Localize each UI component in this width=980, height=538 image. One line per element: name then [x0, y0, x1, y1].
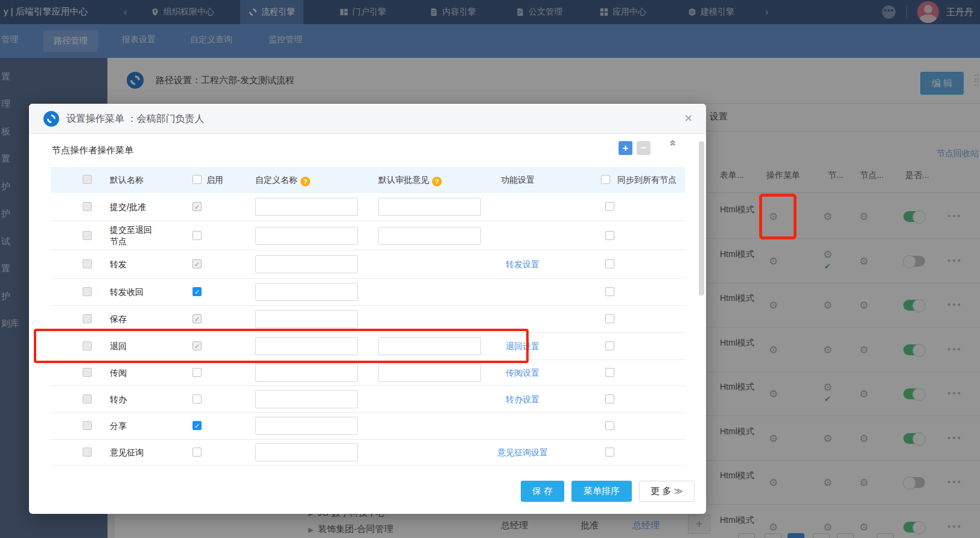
header-function-settings: 功能设置: [501, 175, 535, 186]
enable-checkbox[interactable]: [192, 448, 202, 457]
dialog-icon: [43, 111, 59, 127]
menu-name: 提交/批准: [110, 201, 158, 213]
sync-all-checkbox[interactable]: [601, 175, 610, 184]
sync-checkbox[interactable]: [605, 421, 614, 430]
menu-row: 转发✓转发设置: [51, 250, 686, 279]
dialog-title: 设置操作菜单 ：会稿部门负责人: [66, 113, 204, 125]
custom-name-input[interactable]: [255, 198, 358, 216]
custom-name-input[interactable]: [255, 227, 358, 245]
function-setting-link[interactable]: 传阅设置: [506, 368, 539, 378]
menu-name: 意见征询: [110, 447, 158, 458]
sync-checkbox[interactable]: [605, 394, 614, 404]
sync-checkbox[interactable]: [605, 231, 614, 240]
custom-name-input[interactable]: [255, 255, 358, 273]
add-menu-button[interactable]: +: [619, 141, 632, 155]
row-select-checkbox[interactable]: [83, 259, 92, 268]
modal-scrollbar-thumb[interactable]: [699, 141, 704, 296]
menu-row: 提交/批准✓: [51, 193, 686, 221]
menu-row: 转办转办设置: [51, 386, 686, 413]
custom-name-input[interactable]: [255, 390, 358, 408]
header-default-comment: 默认审批意见?: [378, 175, 442, 186]
function-setting-cell: 转办设置: [486, 394, 559, 405]
more-button[interactable]: 更 多 ≫: [639, 481, 695, 502]
default-comment-input[interactable]: [378, 364, 481, 382]
row-select-checkbox[interactable]: [83, 368, 92, 377]
sync-checkbox[interactable]: [605, 314, 614, 323]
menu-name: 提交至退回节点: [110, 224, 158, 247]
sync-checkbox[interactable]: [605, 259, 614, 268]
menu-name: 传阅: [110, 367, 158, 379]
menu-name: 分享: [110, 420, 158, 432]
function-setting-cell: 传阅设置: [486, 367, 559, 379]
annotation-box-gear: [759, 194, 797, 239]
function-setting-link[interactable]: 转发设置: [506, 259, 539, 269]
menu-row: 意见征询意见征询设置: [51, 440, 686, 466]
remove-menu-button[interactable]: −: [637, 141, 651, 155]
enable-checkbox[interactable]: [192, 368, 202, 377]
sync-checkbox[interactable]: [605, 202, 614, 211]
select-all-checkbox[interactable]: [83, 175, 92, 184]
screen: y | 后端引擎应用中心 ‹ 组织权限中心 流程引擎 门户引擎 内容引擎 公文管…: [0, 0, 980, 538]
sync-checkbox[interactable]: [605, 341, 614, 350]
row-select-checkbox[interactable]: [83, 448, 92, 457]
menu-row: 传阅传阅设置: [51, 360, 686, 386]
header-label: 自定义名称: [255, 175, 298, 185]
menu-name: 保存: [110, 314, 158, 325]
custom-name-input[interactable]: [255, 364, 358, 382]
custom-name-input[interactable]: [255, 283, 358, 301]
annotation-box-return-row: [34, 329, 529, 363]
menu-name: 转发: [110, 259, 158, 270]
row-select-checkbox[interactable]: [83, 202, 92, 211]
dialog-header: 设置操作菜单 ：会稿部门负责人 ✕: [29, 104, 706, 134]
menu-name: 转发收回: [110, 286, 158, 298]
enable-all-checkbox[interactable]: [192, 175, 202, 184]
dialog-footer: 保 存 菜单排序 更 多 ≫: [29, 481, 706, 502]
custom-name-input[interactable]: [255, 310, 358, 328]
function-setting-link[interactable]: 转办设置: [506, 394, 539, 404]
enable-checkbox[interactable]: ✓: [192, 259, 202, 268]
row-select-checkbox[interactable]: [83, 287, 92, 296]
enable-checkbox[interactable]: [192, 394, 202, 404]
default-comment-input[interactable]: [378, 198, 481, 216]
collapse-chevron-icon[interactable]: «: [666, 140, 680, 154]
enable-checkbox[interactable]: ✓: [192, 421, 202, 430]
custom-name-input[interactable]: [255, 443, 358, 461]
row-select-checkbox[interactable]: [83, 314, 92, 323]
header-default-name: 默认名称: [110, 175, 144, 186]
sync-checkbox[interactable]: [605, 287, 614, 296]
enable-checkbox[interactable]: [192, 231, 202, 240]
header-custom-name: 自定义名称?: [255, 175, 310, 186]
default-comment-input[interactable]: [378, 227, 481, 245]
save-button[interactable]: 保 存: [521, 481, 564, 502]
menu-name: 转办: [110, 393, 158, 405]
sync-checkbox[interactable]: [605, 448, 614, 457]
menu-table-header: 默认名称 启用 自定义名称? 默认审批意见? 功能设置 同步到所有节点: [51, 167, 686, 193]
help-icon[interactable]: ?: [301, 177, 310, 186]
menu-row: 提交至退回节点: [51, 221, 686, 250]
menu-row: 转发收回✓: [51, 279, 686, 306]
operation-menu-dialog: 设置操作菜单 ：会稿部门负责人 ✕ 节点操作者操作菜单 + − « 默认名称 启…: [29, 104, 706, 514]
section-title: 节点操作者操作菜单: [52, 145, 133, 156]
help-icon[interactable]: ?: [432, 177, 442, 186]
sync-checkbox[interactable]: [605, 368, 614, 377]
header-enable: 启用: [206, 175, 223, 186]
menu-sort-button[interactable]: 菜单排序: [571, 481, 632, 502]
header-sync-all-nodes: 同步到所有节点: [617, 175, 676, 186]
close-icon[interactable]: ✕: [684, 112, 693, 125]
header-label: 默认审批意见: [378, 175, 429, 185]
enable-checkbox[interactable]: ✓: [192, 287, 202, 296]
row-select-checkbox[interactable]: [83, 394, 92, 404]
row-select-checkbox[interactable]: [83, 231, 92, 240]
function-setting-cell: 意见征询设置: [486, 447, 559, 458]
row-select-checkbox[interactable]: [83, 421, 92, 430]
custom-name-input[interactable]: [255, 417, 358, 435]
function-setting-cell: 转发设置: [486, 259, 559, 270]
function-setting-link[interactable]: 意见征询设置: [497, 448, 548, 457]
enable-checkbox[interactable]: ✓: [192, 202, 202, 211]
menu-row: 分享✓: [51, 413, 686, 440]
enable-checkbox[interactable]: ✓: [192, 314, 202, 323]
